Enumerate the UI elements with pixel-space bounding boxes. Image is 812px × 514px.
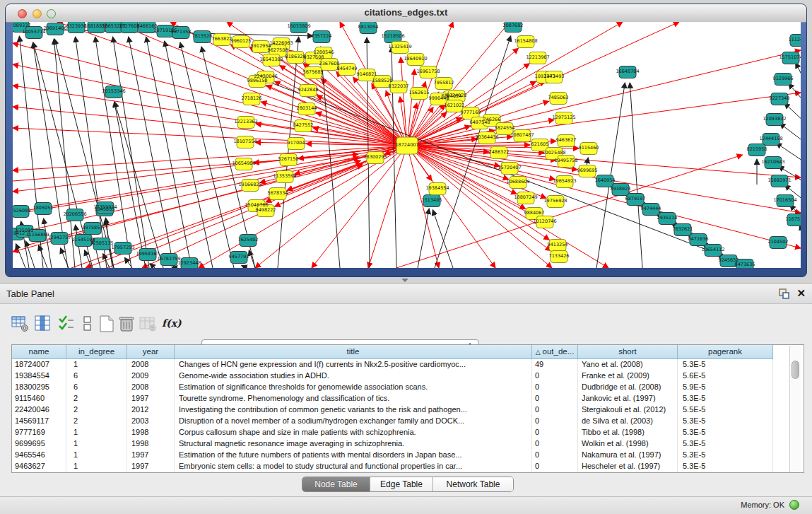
tab-network-table[interactable]: Network Table <box>433 477 513 491</box>
table-cell[interactable]: Embryonic stem cells: a model to study s… <box>175 461 532 472</box>
table-cell[interactable]: 0 <box>532 427 578 438</box>
tab-edge-table[interactable]: Edge Table <box>370 477 433 491</box>
column-header-short[interactable]: short <box>578 345 678 359</box>
table-cell[interactable]: 18724007 <box>12 359 66 370</box>
table-row[interactable]: 1830029562008Estimation of significance … <box>12 382 773 393</box>
close-panel-icon[interactable]: ✕ <box>796 287 806 300</box>
table-cell[interactable]: 0 <box>532 382 578 393</box>
table-cell[interactable]: 0 <box>532 404 578 416</box>
table-cell[interactable]: Tourette syndrome. Phenomenology and cla… <box>175 393 532 404</box>
table-cell[interactable]: 5.3E-5 <box>678 416 773 427</box>
delete-table-icon[interactable] <box>117 315 136 333</box>
table-cell[interactable]: Franke et al. (2009) <box>578 370 678 382</box>
scrollbar-thumb[interactable] <box>792 361 799 379</box>
new-table-icon[interactable] <box>98 315 116 333</box>
table-row[interactable]: 946362711997Embryonic stem cells: a mode… <box>12 461 773 472</box>
table-cell[interactable]: Jankovic et al. (1997) <box>578 393 678 404</box>
citation-network-graph[interactable]: 2089337140557142069140683239361681885316… <box>13 22 801 268</box>
table-cell[interactable]: Dudbridge et al. (2008) <box>578 382 678 393</box>
table-cell[interactable]: 1 <box>66 438 127 450</box>
table-settings-icon[interactable] <box>11 315 30 333</box>
table-cell[interactable]: 2008 <box>127 359 175 370</box>
network-canvas[interactable]: 2089337140557142069140683239361681885316… <box>13 22 801 268</box>
table-cell[interactable]: de Silva et al. (2003) <box>578 416 678 427</box>
table-cell[interactable]: Wolkin et al. (1998) <box>578 438 678 450</box>
table-cell[interactable]: Changes of HCN gene expression and I(f) … <box>175 359 532 370</box>
table-cell[interactable]: Estimation of significance thresholds fo… <box>175 382 532 393</box>
table-cell[interactable]: 9777169 <box>12 427 66 438</box>
table-cell[interactable]: Yano et al. (2008) <box>578 359 678 370</box>
table-cell[interactable]: 2009 <box>127 370 175 382</box>
window-titlebar[interactable]: citations_edges.txt <box>6 4 806 23</box>
table-row[interactable]: 911546021997Tourette syndrome. Phenomeno… <box>12 393 773 404</box>
function-builder-icon[interactable]: f(x) <box>162 317 182 329</box>
table-cell[interactable]: 2 <box>66 416 127 427</box>
table-cell[interactable]: 1997 <box>127 450 175 461</box>
table-cell[interactable]: 1998 <box>127 427 175 438</box>
table-cell[interactable]: 2012 <box>127 404 175 416</box>
table-cell[interactable]: 18300295 <box>12 382 66 393</box>
table-cell[interactable]: 2 <box>66 393 127 404</box>
table-cell[interactable]: 6 <box>66 382 127 393</box>
table-cell[interactable]: 0 <box>532 438 578 450</box>
table-cell[interactable]: 6 <box>66 370 127 382</box>
table-row[interactable]: 1456911722003Disruption of a novel membe… <box>12 416 773 427</box>
table-row[interactable]: 977716911998Corpus callosum shape and si… <box>12 427 773 438</box>
table-cell[interactable]: 5.6E-5 <box>678 370 773 382</box>
table-cell[interactable]: 5.3E-5 <box>678 427 773 438</box>
table-cell[interactable]: 2003 <box>127 416 175 427</box>
table-cell[interactable]: 5.3E-5 <box>678 450 773 461</box>
table-cell[interactable]: 9463627 <box>12 461 66 472</box>
float-window-icon[interactable] <box>778 288 789 300</box>
select-attributes-icon[interactable] <box>58 315 76 333</box>
tab-node-table[interactable]: Node Table <box>302 477 370 491</box>
table-cell[interactable]: Structural magnetic resonance image aver… <box>175 438 532 450</box>
table-cell[interactable]: 1 <box>66 427 127 438</box>
table-cell[interactable]: 9699695 <box>12 438 66 450</box>
column-header-pagerank[interactable]: pagerank <box>678 345 773 359</box>
table-cell[interactable]: 49 <box>532 359 578 370</box>
table-row[interactable]: 946554611997Estimation of the future num… <box>12 450 773 461</box>
table-row[interactable]: 2242004622012Investigating the contribut… <box>12 404 773 416</box>
table-cell[interactable]: 5.3E-5 <box>678 393 773 404</box>
table-cell[interactable]: 1 <box>66 450 127 461</box>
table-row[interactable]: 1938455462009Genome-wide association stu… <box>12 370 773 382</box>
row-height-icon[interactable] <box>79 315 98 333</box>
column-header-out_de[interactable]: △out_de... <box>532 345 578 359</box>
table-cell[interactable]: 2 <box>66 404 127 416</box>
table-cell[interactable]: 0 <box>532 370 578 382</box>
table-cell[interactable]: Stergiakouli et al. (2012) <box>578 404 678 416</box>
table-cell[interactable]: Estimation of the future numbers of pati… <box>175 450 532 461</box>
table-cell[interactable]: 5.9E-5 <box>678 382 773 393</box>
splitter-handle[interactable] <box>401 279 408 282</box>
column-header-name[interactable]: name <box>12 345 66 359</box>
table-cell[interactable]: 1997 <box>127 393 175 404</box>
table-cell[interactable]: 5.5E-5 <box>678 404 773 416</box>
table-cell[interactable]: 1997 <box>127 461 175 472</box>
table-cell[interactable]: Investigating the contribution of common… <box>175 404 532 416</box>
table-cell[interactable]: 0 <box>532 393 578 404</box>
table-cell[interactable]: 1 <box>66 461 127 472</box>
column-header-in_degree[interactable]: in_degree <box>66 345 127 359</box>
table-cell[interactable]: 5.3E-5 <box>678 461 773 472</box>
table-cell[interactable]: Corpus callosum shape and size in male p… <box>175 427 532 438</box>
table-cell[interactable]: 5.3E-5 <box>678 359 773 370</box>
table-cell[interactable]: 9465546 <box>12 450 66 461</box>
table-cell[interactable]: 0 <box>532 461 578 472</box>
table-cell[interactable]: Hescheler et al. (1997) <box>578 461 678 472</box>
table-cell[interactable]: 0 <box>532 416 578 427</box>
table-cell[interactable]: 2008 <box>127 382 175 393</box>
table-cell[interactable]: 9115460 <box>12 393 66 404</box>
vertical-scrollbar[interactable] <box>789 346 801 472</box>
table-row[interactable]: 1872400712008Changes of HCN gene express… <box>12 359 773 370</box>
table-row[interactable]: 969969511998Structural magnetic resonanc… <box>12 438 773 450</box>
column-header-title[interactable]: title <box>175 345 532 359</box>
table-cell[interactable]: 1 <box>66 359 127 370</box>
table-cell[interactable]: 22420046 <box>12 404 66 416</box>
table-cell[interactable]: 5.3E-5 <box>678 438 773 450</box>
column-header-year[interactable]: year <box>127 345 175 359</box>
table-columns-icon[interactable] <box>34 315 52 333</box>
table-cell[interactable]: Disruption of a novel member of a sodium… <box>175 416 532 427</box>
table-cell[interactable]: 0 <box>532 450 578 461</box>
table-cell[interactable]: 1998 <box>127 438 175 450</box>
